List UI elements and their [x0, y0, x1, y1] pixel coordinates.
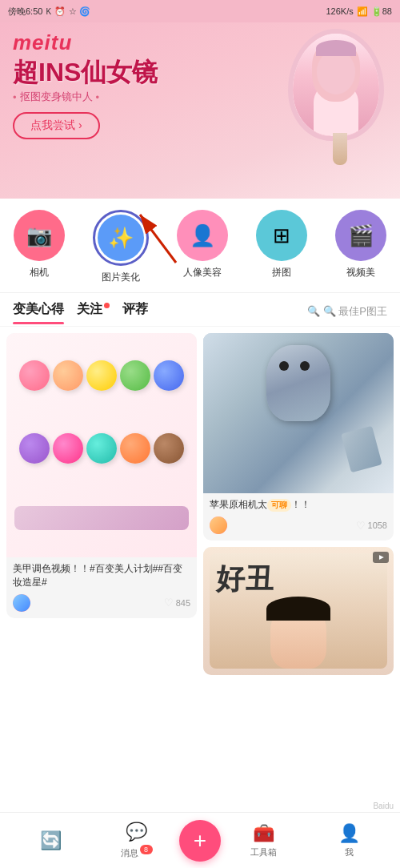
tab-discovery[interactable]: 变美心得 [13, 301, 64, 321]
app-icon-collage[interactable]: ⊞ 拼图 [256, 210, 307, 279]
status-right: 126K/s 📶 🔋88 [326, 6, 393, 17]
silver-likes: ♡ 1058 [356, 520, 387, 532]
watermark: Baidu [373, 802, 394, 810]
face-photo-bg: 好丑 [210, 553, 387, 669]
search-icon: 🔍 [307, 305, 320, 317]
app-icon-camera[interactable]: 📷 相机 [14, 210, 65, 279]
search-placeholder: 🔍 最佳P图王 [323, 304, 387, 319]
collage-icon: ⊞ [256, 210, 307, 261]
feed-col-left: 美甲调色视频！！#百变美人计划##百变妆造星# ♡ 845 [6, 333, 197, 785]
nails-card-body: 美甲调色视频！！#百变美人计划##百变妆造星# ♡ 845 [6, 557, 197, 618]
video-label: 视频美 [346, 266, 375, 279]
status-clock: ⏰ [54, 6, 66, 17]
nav-refresh[interactable]: 🔄 [8, 830, 94, 851]
nail-dot [86, 433, 117, 464]
nail-dot [154, 433, 184, 464]
face-photo-image: 好丑 [203, 547, 394, 675]
app-icons-row: 📷 相机 ✨ 图片美化 👤 人像美容 ⊞ 拼图 🎬 视频美 [0, 199, 400, 293]
messages-label: 消息8 [121, 845, 153, 859]
toolbox-icon: 🧰 [253, 823, 274, 844]
mirror-decoration [288, 29, 392, 165]
nav-toolbox[interactable]: 🧰 工具箱 [221, 823, 306, 858]
nails-caption: 美甲调色视频！！#百变美人计划##百变妆造星# [13, 562, 190, 589]
hero-banner: meitu 超INS仙女镜 抠图变身镜中人 点我尝试 › [0, 22, 400, 199]
nav-messages[interactable]: 💬 消息8 [94, 822, 179, 859]
ugly-text-overlay: 好丑 [216, 560, 274, 599]
silver-hand [341, 426, 382, 473]
heart-icon-2: ♡ [356, 520, 366, 532]
content-section: 变美心得 关注 评荐 🔍 🔍 最佳P图王 [0, 293, 400, 791]
search-bar[interactable]: 🔍 🔍 最佳P图王 [307, 304, 387, 319]
signal-icon: 📶 [357, 6, 368, 17]
collage-label: 拼图 [272, 266, 291, 279]
nail-dot [120, 360, 150, 391]
heart-icon: ♡ [164, 597, 174, 609]
nail-dot [53, 360, 83, 391]
silver-card-body: 苹果原相机太可聊！！ ♡ 1058 [203, 493, 394, 540]
nails-avatar [13, 594, 30, 612]
status-icons: ☆ 🌀 [69, 6, 90, 17]
feed-grid: 美甲调色视频！！#百变美人计划##百变妆造星# ♡ 845 [0, 327, 400, 791]
nail-dot [19, 360, 50, 391]
silver-face-shape [266, 345, 330, 421]
beauty-icon: ✨ [98, 215, 144, 261]
eye-right [300, 361, 310, 371]
nail-dot [120, 433, 150, 464]
nav-me[interactable]: 👤 我 [306, 823, 392, 858]
status-k-icon: K [46, 7, 51, 16]
beauty-label: 图片美化 [102, 271, 140, 284]
tab-bar: 变美心得 关注 评荐 🔍 🔍 最佳P图王 [0, 293, 400, 327]
status-time: 傍晚6:50 [8, 6, 42, 18]
app-icon-portrait[interactable]: 👤 人像美容 [177, 210, 228, 279]
tab-recommend[interactable]: 评荐 [122, 301, 148, 321]
status-left: 傍晚6:50 K ⏰ ☆ 🌀 [8, 6, 90, 18]
mirror-person-image [293, 34, 379, 136]
mirror-face [288, 29, 384, 141]
camera-icon: 📷 [14, 210, 65, 261]
following-badge [104, 303, 110, 308]
refresh-icon: 🔄 [40, 830, 62, 851]
me-icon: 👤 [338, 823, 360, 844]
app-icon-beauty[interactable]: ✨ 图片美化 [93, 210, 149, 284]
nav-add-button[interactable]: + [179, 820, 221, 862]
nails-image [6, 333, 197, 557]
network-speed: 126K/s [326, 6, 354, 16]
feed-card-face[interactable]: 好丑 [203, 547, 394, 675]
nail-dot [154, 360, 184, 391]
messages-icon: 💬 [126, 822, 147, 842]
try-button[interactable]: 点我尝试 › [13, 112, 100, 139]
nail-purple-strip [14, 506, 189, 530]
status-bar: 傍晚6:50 K ⏰ ☆ 🌀 126K/s 📶 🔋88 [0, 0, 400, 22]
me-label: 我 [345, 846, 354, 858]
portrait-label: 人像美容 [183, 266, 222, 279]
camera-label: 相机 [30, 266, 49, 279]
silver-meta: ♡ 1058 [210, 516, 387, 534]
feed-card-nails[interactable]: 美甲调色视频！！#百变美人计划##百变妆造星# ♡ 845 [6, 333, 197, 618]
nails-likes: ♡ 845 [164, 597, 190, 609]
nail-dot [19, 433, 50, 464]
message-badge: 8 [140, 845, 153, 854]
portrait-icon: 👤 [177, 210, 228, 261]
nail-dot [86, 360, 117, 391]
silver-bg [203, 333, 394, 493]
silver-person-image [203, 333, 394, 493]
nail-dot [53, 433, 83, 464]
feed-card-silver[interactable]: 苹果原相机太可聊！！ ♡ 1058 [203, 333, 394, 540]
video-badge [373, 552, 389, 563]
tab-following[interactable]: 关注 [77, 301, 110, 321]
bottom-nav: 🔄 💬 消息8 + 🧰 工具箱 👤 我 [0, 812, 400, 868]
feed-col-right: 苹果原相机太可聊！！ ♡ 1058 [203, 333, 394, 785]
toolbox-label: 工具箱 [250, 846, 277, 858]
silver-like-count: 1058 [368, 520, 387, 530]
mirror-handle [333, 133, 347, 165]
silver-caption: 苹果原相机太可聊！！ [210, 498, 387, 512]
silver-avatar [210, 516, 227, 534]
battery-icon: 🔋88 [371, 6, 392, 17]
add-icon: + [194, 828, 206, 854]
hair-top [266, 597, 330, 621]
nails-like-count: 845 [176, 598, 190, 608]
app-icon-video[interactable]: 🎬 视频美 [335, 210, 386, 279]
eye-left [279, 361, 289, 371]
can-chat-tag: 可聊 [267, 499, 291, 512]
video-icon: 🎬 [335, 210, 386, 261]
